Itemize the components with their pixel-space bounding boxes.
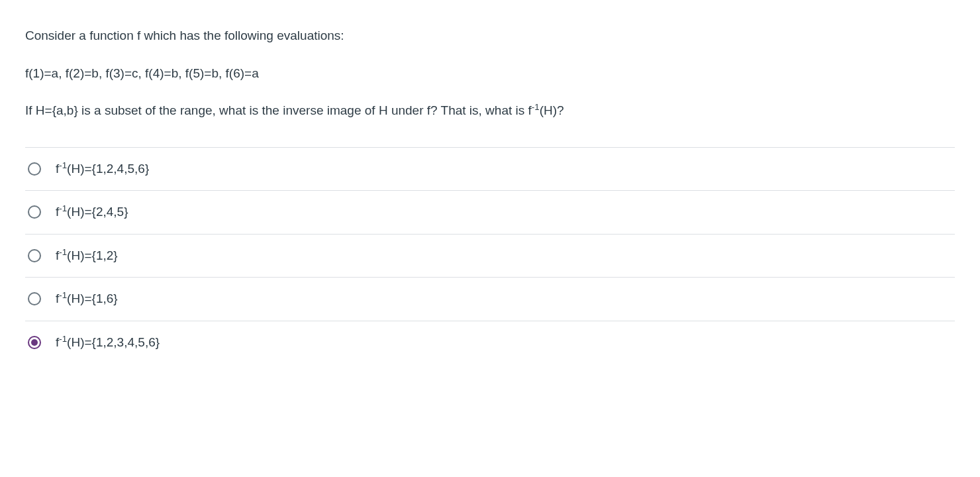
answer-option-3[interactable]: f-1(H)={1,6} [25,277,955,321]
answer-option-4[interactable]: f-1(H)={1,2,3,4,5,6} [25,321,955,364]
radio-icon [28,336,41,349]
answer-label: f-1(H)={2,4,5} [56,203,128,222]
answer-option-2[interactable]: f-1(H)={1,2} [25,234,955,278]
question-line-2: f(1)=a, f(2)=b, f(3)=c, f(4)=b, f(5)=b, … [25,64,955,83]
answer-option-1[interactable]: f-1(H)={2,4,5} [25,190,955,234]
answer-label: f-1(H)={1,2,4,5,6} [56,160,149,179]
question-stem: Consider a function f which has the foll… [25,26,955,121]
answer-option-0[interactable]: f-1(H)={1,2,4,5,6} [25,147,955,191]
radio-icon [28,162,41,176]
question-line-1: Consider a function f which has the foll… [25,26,955,46]
answer-list: f-1(H)={1,2,4,5,6} f-1(H)={2,4,5} f-1(H)… [25,147,955,364]
question-line-3: If H={a,b} is a subset of the range, wha… [25,101,955,121]
answer-label: f-1(H)={1,2,3,4,5,6} [56,333,160,352]
radio-icon [28,292,41,305]
radio-icon [28,249,41,262]
radio-icon [28,205,41,219]
answer-label: f-1(H)={1,6} [56,290,118,309]
answer-label: f-1(H)={1,2} [56,246,118,266]
